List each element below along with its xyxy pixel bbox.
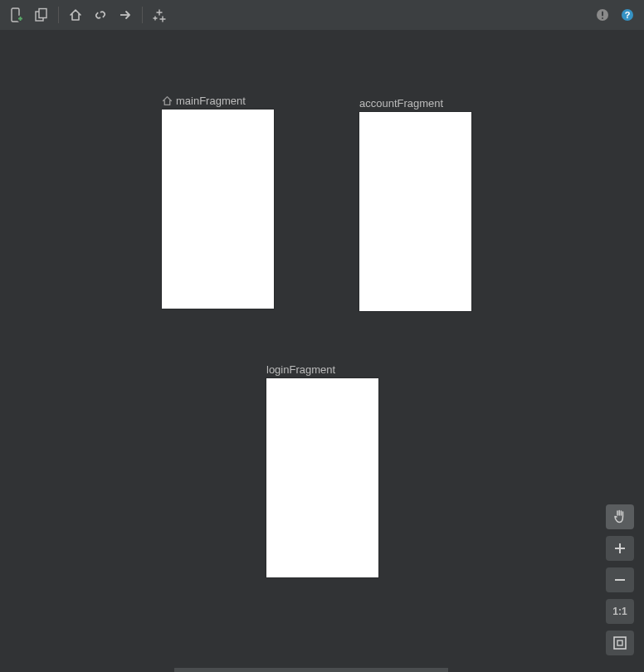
destination-label: accountFragment [359,95,471,110]
warnings-button[interactable] [591,3,614,27]
new-destination-icon [9,7,24,22]
destination-label-text: accountFragment [359,97,443,110]
svg-rect-16 [617,640,622,645]
destination-label: mainFragment [162,93,274,108]
svg-rect-8 [602,12,603,17]
destination-account[interactable]: accountFragment [359,95,471,311]
zoom-controls: 1:1 [606,504,634,655]
add-action-button[interactable] [114,3,137,27]
nested-graph-button[interactable] [30,3,53,27]
destination-label: loginFragment [266,362,378,377]
help-button[interactable]: ? [616,3,639,27]
destination-preview [359,112,471,311]
toolbar-separator [142,7,143,23]
arrow-right-icon [118,7,133,22]
component-stub [174,668,448,672]
help-icon: ? [621,8,634,22]
zoom-in-button[interactable] [606,536,634,561]
destination-preview [266,378,378,577]
zoom-out-button[interactable] [606,567,634,592]
zoom-fit-icon [612,635,627,650]
zoom-actual-button[interactable]: 1:1 [606,599,634,624]
svg-rect-15 [614,637,626,649]
destination-main[interactable]: mainFragment [162,93,274,309]
zoom-out-icon [614,574,626,586]
svg-text:?: ? [625,10,631,20]
svg-rect-5 [39,9,46,18]
nested-graph-icon [34,7,49,22]
destination-login[interactable]: loginFragment [266,362,378,577]
pan-button[interactable] [606,504,634,529]
svg-rect-9 [602,17,603,19]
auto-arrange-icon [152,7,167,22]
auto-arrange-button[interactable] [148,3,171,27]
assign-start-button[interactable] [64,3,87,27]
destination-preview [162,110,274,309]
pan-icon [612,509,627,524]
deeplink-button[interactable] [89,3,112,27]
zoom-fit-button[interactable] [606,631,634,655]
new-destination-button[interactable] [5,3,28,27]
nav-graph-canvas[interactable]: mainFragment accountFragment loginFragme… [0,30,644,672]
start-home-icon [162,95,173,106]
zoom-actual-label: 1:1 [612,606,627,617]
destination-label-text: mainFragment [176,95,246,107]
toolbar-separator [58,7,59,23]
zoom-in-icon [614,543,626,554]
link-icon [93,7,108,22]
editor-toolbar: ? [0,0,644,31]
warning-icon [596,8,609,22]
destination-label-text: loginFragment [266,363,335,376]
home-icon [69,8,82,22]
